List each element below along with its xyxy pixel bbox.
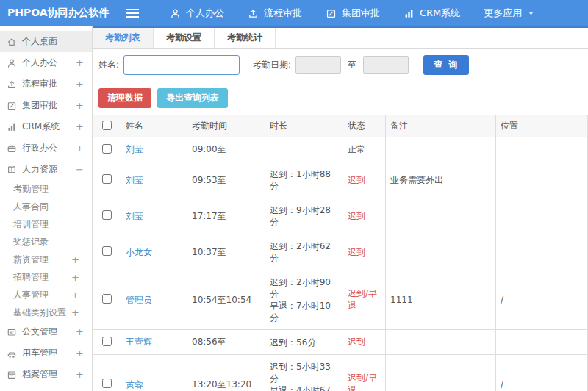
attendance-time-cell: 08:56至 bbox=[187, 330, 265, 355]
sidebar-subitem-salary-mgmt[interactable]: 薪资管理+ bbox=[0, 251, 92, 268]
remark-cell bbox=[386, 137, 496, 162]
tab-attendance-list[interactable]: 考勤列表 bbox=[93, 28, 154, 48]
nav-item-label: 更多应用 bbox=[484, 7, 522, 20]
name-input[interactable] bbox=[123, 55, 240, 75]
name-label: 姓名: bbox=[98, 59, 119, 71]
date-to-input[interactable] bbox=[363, 56, 409, 74]
sidebar-item-vehicle-mgmt[interactable]: 用车管理+ bbox=[0, 342, 92, 364]
export-list-button[interactable]: 导出查询列表 bbox=[157, 88, 228, 108]
search-button[interactable]: 查 询 bbox=[423, 55, 469, 75]
nav-item-group-approval[interactable]: 集团审批 bbox=[314, 0, 392, 26]
row-checkbox[interactable] bbox=[102, 294, 112, 304]
employee-name-link[interactable]: 刘莹 bbox=[126, 144, 143, 154]
col-header-status: 状态 bbox=[343, 115, 386, 137]
table-row: 刘莹09:53至迟到：1小时88分迟到业务需要外出 bbox=[93, 162, 588, 198]
sidebar-subitem-hr-contract[interactable]: 人事合同 bbox=[0, 198, 92, 215]
sidebar-subitem-attendance-mgmt[interactable]: 考勤管理 bbox=[0, 180, 92, 198]
sidebar-item-document-mgmt[interactable]: 公文管理+ bbox=[0, 321, 92, 342]
employee-name-link[interactable]: 刘莹 bbox=[126, 175, 143, 185]
remark-cell: 1111 bbox=[386, 270, 496, 330]
nav-item-label: 个人办公 bbox=[186, 7, 224, 20]
location-cell bbox=[496, 137, 588, 162]
expand-plus-icon: + bbox=[76, 57, 85, 68]
table-row: 小龙女10:37至迟到：2小时62分迟到 bbox=[93, 234, 588, 270]
remark-cell bbox=[386, 330, 496, 355]
nav-item-workflow-approval[interactable]: 流程审批 bbox=[236, 0, 314, 26]
tab-attendance-stats[interactable]: 考勤统计 bbox=[215, 28, 276, 48]
sidebar-subitem-reward-punish-records[interactable]: 奖惩记录 bbox=[0, 233, 92, 251]
remark-cell bbox=[386, 198, 496, 234]
attendance-date-label: 考勤日期: bbox=[253, 59, 291, 71]
sidebar-subitem-label: 基础类别设置 bbox=[13, 306, 71, 319]
sidebar-subitem-training-mgmt[interactable]: 培训管理 bbox=[0, 215, 92, 233]
duration-cell bbox=[265, 137, 343, 162]
expand-plus-icon: + bbox=[76, 348, 85, 359]
select-all-checkbox[interactable] bbox=[102, 121, 112, 130]
status-cell: 迟到 bbox=[343, 198, 386, 234]
expand-plus-icon: + bbox=[71, 272, 81, 283]
sidebar-item-archive-mgmt[interactable]: 档案管理+ bbox=[0, 364, 92, 385]
expand-plus-icon: + bbox=[71, 307, 81, 318]
sidebar-item-label: 个人办公 bbox=[22, 57, 76, 69]
employee-name-link[interactable]: 小龙女 bbox=[126, 247, 152, 257]
expand-plus-icon: + bbox=[76, 326, 85, 337]
sidebar-item-crm-system[interactable]: CRM系统+ bbox=[0, 116, 92, 137]
sidebar-item-label: 集团审批 bbox=[22, 99, 76, 112]
date-from-input[interactable] bbox=[295, 56, 341, 74]
remark-cell: 业务需要外出 bbox=[386, 162, 496, 198]
row-checkbox[interactable] bbox=[102, 210, 112, 220]
row-checkbox[interactable] bbox=[102, 337, 112, 346]
edit-icon bbox=[7, 101, 17, 111]
employee-name-link[interactable]: 刘莹 bbox=[126, 211, 143, 221]
table-row: 王壹辉08:56至迟到：56分迟到 bbox=[93, 330, 588, 355]
app-logo[interactable]: PHPOA协同办公软件 bbox=[7, 7, 119, 20]
remark-cell bbox=[386, 234, 496, 270]
row-checkbox[interactable] bbox=[102, 174, 112, 184]
duration-cell: 迟到：1小时88分 bbox=[265, 162, 343, 198]
sidebar-item-label: 公文管理 bbox=[22, 326, 76, 338]
sidebar-subitem-recruit-mgmt[interactable]: 招聘管理+ bbox=[0, 268, 92, 286]
status-cell: 迟到 bbox=[343, 330, 386, 355]
sidebar-subitem-label: 人事合同 bbox=[13, 201, 81, 213]
sidebar-subitem-label: 培训管理 bbox=[13, 218, 81, 231]
sidebar-subitem-label: 薪资管理 bbox=[13, 254, 71, 266]
date-range-to-text: 至 bbox=[348, 59, 356, 71]
location-cell bbox=[496, 162, 588, 198]
nav-item-crm-system[interactable]: CRM系统 bbox=[392, 0, 472, 26]
duration-cell: 迟到：2小时90分早退：7小时10分 bbox=[265, 270, 343, 330]
nav-item-label: 集团审批 bbox=[342, 7, 380, 20]
sidebar-item-workflow-approval[interactable]: 流程审批+ bbox=[0, 73, 92, 95]
sidebar-subitem-personnel-mgmt[interactable]: 人事管理+ bbox=[0, 286, 92, 304]
share-icon bbox=[248, 8, 259, 19]
employee-name-link[interactable]: 王壹辉 bbox=[126, 337, 152, 347]
expand-plus-icon: + bbox=[71, 254, 81, 265]
row-checkbox[interactable] bbox=[102, 246, 112, 256]
row-checkbox[interactable] bbox=[102, 379, 112, 388]
sidebar-item-human-resources[interactable]: 人力资源− bbox=[0, 159, 92, 180]
sidebar-item-personal-office[interactable]: 个人办公+ bbox=[0, 52, 92, 73]
hamburger-icon[interactable] bbox=[126, 9, 139, 18]
tab-attendance-settings[interactable]: 考勤设置 bbox=[154, 28, 215, 48]
sidebar-item-group-approval[interactable]: 集团审批+ bbox=[0, 95, 92, 116]
sidebar-item-admin-office[interactable]: 行政办公+ bbox=[0, 137, 92, 159]
status-cell: 迟到/早退 bbox=[343, 355, 386, 391]
chart-icon bbox=[404, 8, 415, 19]
sidebar-item-personal-desktop[interactable]: 个人桌面 bbox=[0, 31, 92, 52]
sidebar-subitem-base-category-settings[interactable]: 基础类别设置+ bbox=[0, 304, 92, 321]
nav-item-label: CRM系统 bbox=[420, 7, 460, 20]
sidebar-item-label: 行政办公 bbox=[22, 142, 76, 154]
expand-plus-icon: + bbox=[76, 143, 85, 154]
sidebar-item-project-mgmt[interactable]: 项目管理+ bbox=[0, 385, 92, 391]
book-icon bbox=[7, 165, 17, 175]
employee-name-link[interactable]: 管理员 bbox=[126, 295, 152, 305]
chart-icon bbox=[7, 122, 17, 132]
sidebar: 个人桌面个人办公+流程审批+集团审批+CRM系统+行政办公+人力资源−考勤管理人… bbox=[0, 26, 93, 391]
caret-down-icon bbox=[527, 10, 535, 18]
clean-data-button[interactable]: 清理数据 bbox=[98, 88, 151, 108]
tabstrip: 考勤列表 考勤设置 考勤统计 bbox=[93, 26, 588, 49]
col-header-duration: 时长 bbox=[265, 115, 343, 137]
nav-item-more-apps[interactable]: 更多应用 bbox=[472, 0, 547, 26]
nav-item-personal-office[interactable]: 个人办公 bbox=[158, 0, 236, 26]
row-checkbox[interactable] bbox=[102, 144, 112, 154]
employee-name-link[interactable]: 黄蓉 bbox=[126, 379, 143, 390]
